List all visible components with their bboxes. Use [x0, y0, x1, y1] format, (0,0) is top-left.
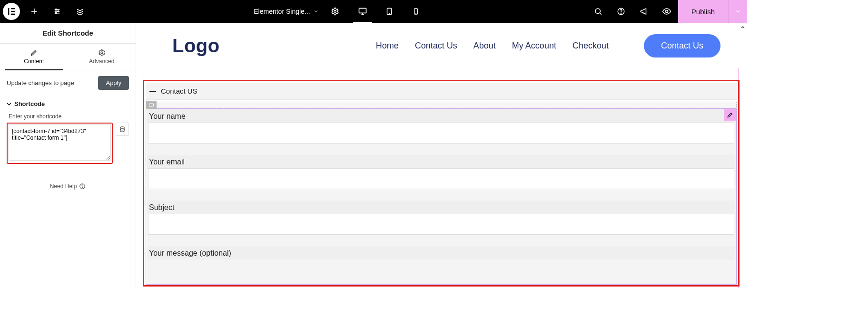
tab-content[interactable]: Content [0, 44, 68, 70]
svg-point-18 [120, 127, 124, 129]
shortcode-input[interactable] [9, 124, 111, 161]
contact-form: Your name Your email Subject Your messag… [146, 109, 736, 259]
form-label-subject: Subject [147, 201, 735, 214]
finder-search-button[interactable] [587, 0, 610, 23]
site-settings-button[interactable] [46, 0, 69, 23]
toggle-title: Contact US [161, 87, 197, 95]
preview-canvas: Logo Home Contact Us About My Account Ch… [136, 23, 747, 288]
elementor-topbar: Elementor Single... Publish [0, 0, 747, 23]
section-label: Shortcode [14, 100, 45, 107]
svg-rect-0 [8, 8, 10, 15]
svg-point-10 [389, 13, 389, 14]
panel-tabs: Content Advanced [0, 44, 136, 70]
structure-button[interactable] [69, 0, 91, 23]
svg-point-4 [55, 9, 57, 10]
need-help-label: Need Help [50, 183, 77, 190]
database-icon [119, 126, 126, 133]
form-label-name: Your name [147, 109, 735, 123]
chevron-down-icon [313, 9, 319, 14]
page-settings-button[interactable] [324, 0, 346, 23]
svg-point-12 [415, 13, 416, 14]
scroll-up-indicator[interactable] [740, 24, 746, 30]
publish-button[interactable]: Publish [678, 0, 728, 23]
panel-title: Edit Shortcode [0, 23, 136, 44]
svg-point-6 [55, 12, 57, 14]
chevron-down-icon [735, 8, 741, 15]
minus-icon [149, 91, 156, 92]
dynamic-tags-button[interactable] [116, 123, 129, 136]
editor-panel: Edit Shortcode Content Advanced Update c… [0, 23, 136, 288]
shortcode-field-label: Enter your shortcode [0, 110, 136, 123]
site-nav: Home Contact Us About My Account Checkou… [376, 41, 609, 51]
tablet-view-button[interactable] [376, 0, 403, 23]
elementor-logo-icon [3, 3, 20, 20]
widget-edit-button[interactable] [724, 109, 736, 121]
preview-button[interactable] [655, 0, 678, 23]
site-logo[interactable]: Logo [172, 35, 220, 57]
tab-advanced[interactable]: Advanced [68, 44, 136, 70]
form-input-subject[interactable] [148, 214, 734, 235]
document-title-dropdown[interactable]: Elementor Single... [249, 0, 323, 23]
svg-rect-21 [149, 104, 154, 106]
publish-label: Publish [691, 8, 715, 16]
mobile-view-button[interactable] [403, 0, 429, 23]
nav-my-account[interactable]: My Account [512, 41, 556, 51]
document-title-text: Elementor Single... [254, 8, 310, 15]
nav-checkout[interactable]: Checkout [572, 41, 609, 51]
elementor-logo[interactable] [0, 0, 23, 23]
pencil-icon [727, 112, 733, 118]
apply-button[interactable]: Apply [98, 76, 129, 90]
nav-about[interactable]: About [473, 41, 496, 51]
svg-point-13 [595, 9, 601, 14]
container-outline [146, 102, 737, 107]
svg-point-17 [101, 52, 103, 54]
publish-options-dropdown[interactable] [728, 0, 747, 23]
form-input-name[interactable] [148, 123, 734, 144]
apply-text: Update changes to page [7, 79, 74, 86]
desktop-view-button[interactable] [349, 0, 376, 23]
selected-shortcode-widget[interactable]: Your name Your email Subject Your messag… [146, 108, 737, 285]
gear-icon [98, 49, 106, 57]
svg-rect-8 [359, 8, 366, 13]
svg-rect-2 [10, 10, 15, 12]
contact-us-cta[interactable]: Contact Us [644, 34, 720, 57]
svg-point-16 [665, 10, 668, 13]
svg-rect-1 [10, 8, 15, 10]
pencil-icon [30, 49, 38, 57]
svg-point-15 [621, 13, 621, 13]
need-help-link[interactable]: Need Help [0, 183, 136, 190]
tab-content-label: Content [24, 58, 44, 65]
nav-home[interactable]: Home [376, 41, 399, 51]
svg-point-7 [334, 10, 336, 13]
form-label-email: Your email [147, 155, 735, 168]
whats-new-button[interactable] [632, 0, 655, 23]
svg-rect-3 [10, 13, 15, 15]
help-button[interactable] [610, 0, 632, 23]
widget-drag-handle[interactable] [146, 101, 157, 109]
caret-down-icon [7, 102, 11, 106]
form-label-message: Your message (optional) [147, 246, 735, 259]
form-input-email[interactable] [148, 168, 734, 189]
highlight-shortcode-input [7, 123, 113, 164]
tab-advanced-label: Advanced [89, 58, 114, 65]
site-header: Logo Home Contact Us About My Account Ch… [136, 23, 747, 68]
toggle-widget-header[interactable]: Contact US [146, 83, 737, 100]
add-widget-button[interactable] [23, 0, 46, 23]
nav-contact-us[interactable]: Contact Us [415, 41, 457, 51]
section-shortcode-toggle[interactable]: Shortcode [0, 96, 136, 110]
help-circle-icon [79, 183, 86, 190]
shortcode-icon [148, 102, 155, 108]
svg-point-20 [82, 188, 83, 188]
svg-point-5 [58, 11, 59, 12]
